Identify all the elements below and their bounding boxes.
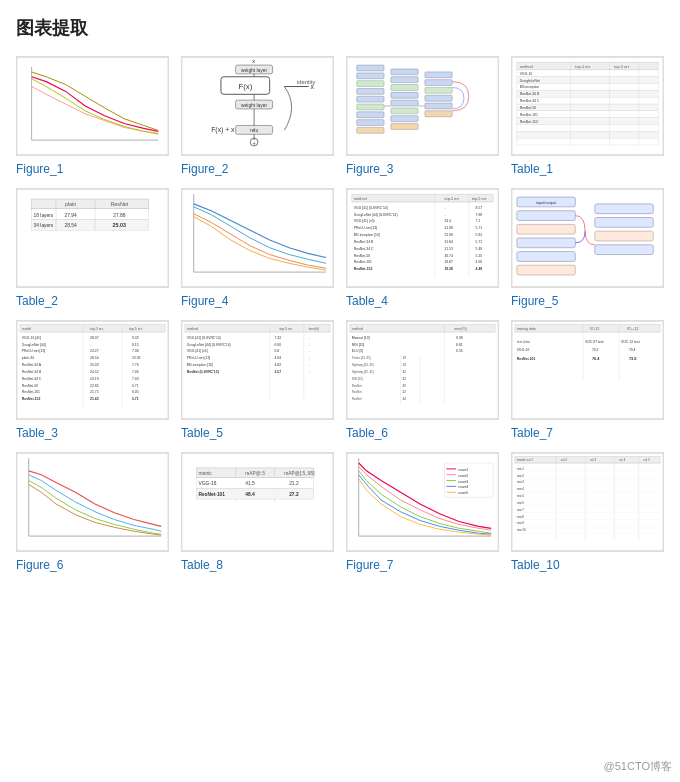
svg-text:7.89: 7.89 (476, 213, 483, 217)
svg-text:7.46: 7.46 (132, 370, 139, 374)
svg-text:curve2: curve2 (458, 474, 468, 478)
svg-text:8.57: 8.57 (476, 206, 483, 210)
svg-text:-: - (309, 349, 310, 353)
svg-rect-140 (517, 265, 575, 275)
thumb-table5[interactable]: method top-5 err. time(h) VGG [41] (ILSV… (181, 320, 334, 420)
thumb-table7[interactable]: training data 07+12 07++12 test data VOC… (511, 320, 664, 420)
svg-text:28.07: 28.07 (90, 336, 99, 340)
svg-text:ResNet: ResNet (352, 390, 362, 394)
svg-text:col 5: col 5 (644, 458, 651, 462)
svg-text:F(x): F(x) (238, 82, 252, 91)
svg-rect-57 (517, 104, 658, 111)
label-table8: Table_8 (181, 558, 223, 572)
svg-text:5.71: 5.71 (132, 397, 139, 401)
thumb-figure5[interactable]: input/output (511, 188, 664, 288)
svg-text:21.2: 21.2 (289, 481, 299, 486)
svg-text:method: method (520, 64, 533, 69)
svg-text:-: - (309, 343, 310, 347)
svg-text:6.05: 6.05 (132, 390, 139, 394)
svg-text:GoogLeNet [44]: GoogLeNet [44] (22, 343, 46, 347)
svg-text:ResNet-34 B: ResNet-34 B (22, 370, 42, 374)
label-table3: Table_3 (16, 426, 58, 440)
svg-text:GoogLeNet [44] (ILSVRC'14): GoogLeNet [44] (ILSVRC'14) (354, 213, 398, 217)
svg-text:41.5: 41.5 (245, 481, 255, 486)
svg-text:row 1: row 1 (517, 467, 524, 471)
svg-text:73.8: 73.8 (629, 356, 637, 361)
svg-rect-52 (517, 70, 658, 77)
svg-text:top-1 err: top-1 err (575, 64, 590, 69)
item-figure7: curve1 curve2 curve3 curve4 curve5 Figur… (346, 452, 499, 572)
thumb-table1[interactable]: method top-1 err top-5 err VGG-16 Google… (511, 56, 664, 156)
svg-text:top-5 err: top-5 err (614, 64, 629, 69)
svg-text:top-5 err.: top-5 err. (279, 327, 293, 331)
svg-text:BN-inception [16]: BN-inception [16] (354, 233, 380, 237)
thumb-table4[interactable]: method top-1 err top-5 err VGG [41] (ILS… (346, 188, 499, 288)
label-figure5: Figure_5 (511, 294, 558, 308)
svg-text:top-5 err.: top-5 err. (129, 327, 143, 331)
svg-text:4.60: 4.60 (476, 260, 483, 264)
svg-text:ResNet-34 B: ResNet-34 B (520, 92, 540, 96)
svg-rect-35 (391, 85, 418, 91)
label-figure3: Figure_3 (346, 162, 393, 176)
svg-rect-288 (515, 456, 660, 463)
thumb-table6[interactable]: method error(%) Maxout [10] 9.38 NIN [25… (346, 320, 499, 420)
svg-text:6.71: 6.71 (132, 384, 139, 388)
svg-rect-38 (391, 108, 418, 114)
svg-text:25.03: 25.03 (113, 222, 126, 228)
thumb-table8[interactable]: metric mAP@.5 mAP@[.5,.95] VGG-16 41.5 2… (181, 452, 334, 552)
svg-text:top-1 err: top-1 err (444, 196, 459, 201)
svg-text:row 3: row 3 (517, 480, 524, 484)
thumb-figure3[interactable] (346, 56, 499, 156)
svg-text:27.2: 27.2 (289, 492, 299, 497)
svg-text:7.32: 7.32 (275, 336, 282, 340)
thumb-figure7[interactable]: curve1 curve2 curve3 curve4 curve5 (346, 452, 499, 552)
svg-rect-40 (391, 124, 418, 130)
thumb-figure4[interactable] (181, 188, 334, 288)
svg-rect-34 (391, 77, 418, 83)
label-figure6: Figure_6 (16, 558, 63, 572)
svg-text:model: model (22, 327, 31, 331)
thumb-figure1[interactable] (16, 56, 169, 156)
svg-text:19: 19 (403, 356, 407, 360)
svg-text:PReLU-net [13]: PReLU-net [13] (354, 226, 377, 230)
label-table5: Table_5 (181, 426, 223, 440)
svg-text:73.2: 73.2 (592, 348, 599, 352)
svg-text:4.82: 4.82 (275, 363, 282, 367)
thumb-table2[interactable]: plain ResNet 18 layers 27.94 27.88 34 la… (16, 188, 169, 288)
svg-rect-287 (512, 453, 663, 550)
svg-text:curve3: curve3 (458, 480, 468, 484)
svg-text:76.4: 76.4 (592, 356, 600, 361)
label-figure2: Figure_2 (181, 162, 228, 176)
svg-text:curve5: curve5 (458, 491, 468, 495)
svg-text:7.38: 7.38 (132, 349, 139, 353)
svg-rect-58 (517, 111, 658, 118)
svg-text:6.55: 6.55 (456, 349, 463, 353)
label-figure4: Figure_4 (181, 294, 228, 308)
svg-text:ResNet-101: ResNet-101 (520, 113, 538, 117)
svg-text:relu: relu (250, 128, 258, 133)
svg-text:mAP@.5: mAP@.5 (245, 471, 265, 476)
label-table4: Table_4 (346, 294, 388, 308)
svg-text:32: 32 (403, 377, 407, 381)
item-figure5: input/output Figure_5 (511, 188, 664, 308)
item-table7: training data 07+12 07++12 test data VOC… (511, 320, 664, 440)
svg-text:25.03: 25.03 (90, 363, 99, 367)
svg-text:row 6: row 6 (517, 501, 524, 505)
svg-text:VGG [41] (ILSVRC'14): VGG [41] (ILSVRC'14) (354, 206, 388, 210)
svg-text:-: - (309, 336, 310, 340)
svg-text:method: method (187, 327, 198, 331)
svg-text:21.53: 21.53 (444, 247, 453, 251)
svg-text:test data: test data (517, 340, 530, 344)
item-table8: metric mAP@.5 mAP@[.5,.95] VGG-16 41.5 2… (181, 452, 334, 572)
svg-text:8.81: 8.81 (456, 343, 463, 347)
svg-text:VOC 12 test: VOC 12 test (621, 340, 640, 344)
svg-text:44: 44 (403, 397, 407, 401)
svg-text:ResNet-152: ResNet-152 (520, 120, 538, 124)
svg-text:19: 19 (403, 363, 407, 367)
thumb-table3[interactable]: model top-1 err. top-5 err. VGG-16 [41] … (16, 320, 169, 420)
svg-text:VOC 07 test: VOC 07 test (585, 340, 604, 344)
thumb-figure6[interactable] (16, 452, 169, 552)
thumb-figure2[interactable]: F(x) weight layer weight layer x identit… (181, 56, 334, 156)
thumb-table10[interactable]: header col 1 col 2 col 3 col 4 col 5 row… (511, 452, 664, 552)
svg-text:ResNet-34 A: ResNet-34 A (22, 363, 42, 367)
